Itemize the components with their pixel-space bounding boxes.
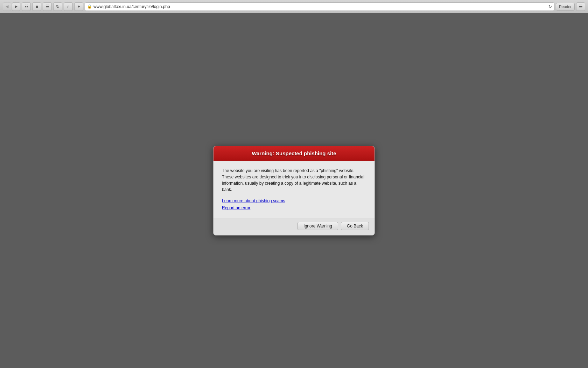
ignore-warning-button[interactable]: Ignore Warning [298,222,338,230]
browser-toolbar: ◀ ▶ ☷ ■ ☰ ↻ ⌂ + 🔒 ↻ Reader ☰ [0,0,588,13]
reload-button[interactable]: ↻ [53,2,62,11]
menu-button[interactable]: ☰ [576,2,585,11]
dialog-header: Warning: Suspected phishing site [214,146,374,161]
address-bar[interactable] [93,4,547,9]
home-button[interactable]: ⌂ [64,2,73,11]
nav-buttons: ◀ ▶ [3,2,20,11]
security-icon: 🔒 [87,4,92,9]
phishing-warning-dialog: Warning: Suspected phishing site The web… [213,146,375,236]
bookmark-button[interactable]: ■ [32,2,41,11]
inline-reload-button[interactable]: ↻ [548,4,552,9]
browser-content: Warning: Suspected phishing site The web… [0,13,588,368]
reader-button[interactable]: Reader [556,3,575,11]
dialog-body: The website you are visiting has been re… [214,161,374,218]
forward-button[interactable]: ▶ [12,2,20,11]
back-button[interactable]: ◀ [3,2,11,11]
dialog-title: Warning: Suspected phishing site [252,150,336,156]
dialog-body-text: The website you are visiting has been re… [222,168,366,193]
dialog-actions: Ignore Warning Go Back [214,218,374,235]
new-tab-button[interactable]: + [74,2,83,11]
learn-more-link[interactable]: Learn more about phishing scams [222,198,366,203]
reading-list-button[interactable]: ☰ [43,2,52,11]
share-button[interactable]: ☷ [22,2,31,11]
address-bar-container: 🔒 ↻ [85,2,554,11]
go-back-button[interactable]: Go Back [341,222,369,230]
report-error-link[interactable]: Report an error [222,205,366,210]
